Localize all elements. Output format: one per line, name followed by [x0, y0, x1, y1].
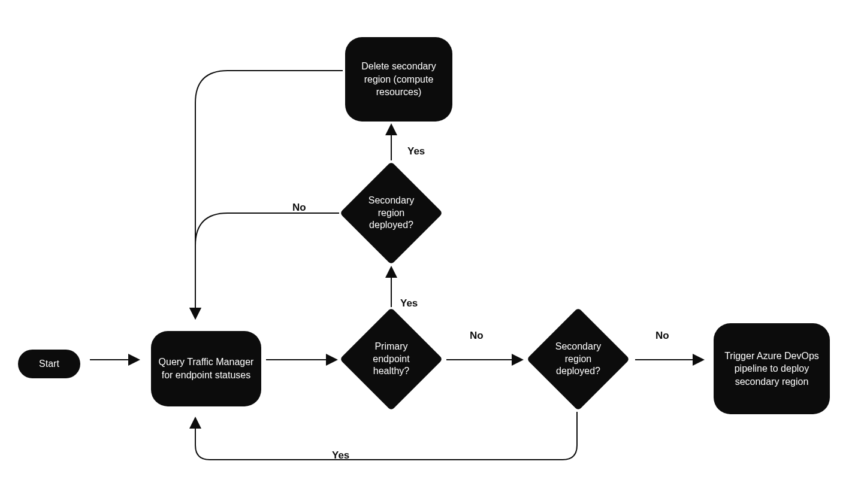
node-start: Start: [18, 350, 80, 378]
node-primary-healthy-label: Primary endpoint healthy?: [361, 341, 422, 378]
node-delete-secondary: Delete secondary region (compute resourc…: [345, 37, 452, 122]
flowchart-canvas: Start Query Traffic Manager for endpoint…: [0, 0, 864, 504]
node-delete-secondary-label: Delete secondary region (compute resourc…: [352, 60, 445, 99]
edge-secondary-right-yes: Yes: [332, 450, 349, 462]
node-trigger-pipeline: Trigger Azure DevOps pipeline to deploy …: [714, 323, 830, 414]
node-secondary-deployed-right: Secondary region deployed?: [542, 323, 615, 396]
edge-primary-no: No: [470, 330, 484, 342]
edge-secondary-top-no: No: [292, 202, 306, 214]
edge-secondary-top-yes: Yes: [407, 145, 425, 157]
node-trigger-pipeline-label: Trigger Azure DevOps pipeline to deploy …: [721, 350, 823, 388]
node-query: Query Traffic Manager for endpoint statu…: [151, 331, 261, 406]
node-secondary-deployed-top: Secondary region deployed?: [355, 177, 428, 250]
node-secondary-right-label: Secondary region deployed?: [548, 341, 609, 378]
node-start-label: Start: [39, 357, 59, 371]
node-primary-healthy: Primary endpoint healthy?: [355, 323, 428, 396]
node-query-label: Query Traffic Manager for endpoint statu…: [158, 356, 254, 381]
node-secondary-top-label: Secondary region deployed?: [361, 195, 422, 232]
edge-secondary-right-no: No: [655, 330, 669, 342]
edge-primary-yes: Yes: [400, 297, 418, 309]
